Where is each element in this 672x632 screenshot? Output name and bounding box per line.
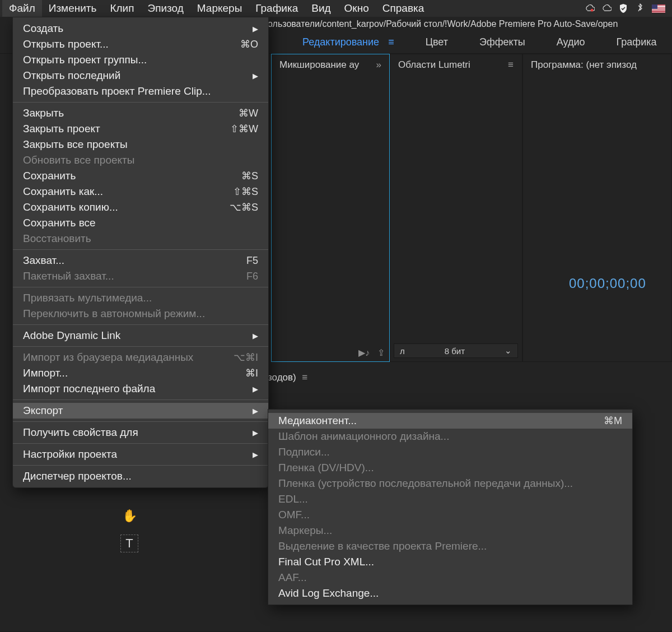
menu-separator [13,443,268,444]
file-menu-item-4[interactable]: Преобразовать проект Premiere Clip... [13,83,268,99]
file-menu-item-13[interactable]: Сохранить все [13,215,268,231]
menu-edit[interactable]: Изменить [42,0,104,17]
menu-item-shortcut: ⇧⌘S [233,185,258,198]
workspace-tab-editing[interactable]: Редактирование [302,36,379,48]
file-menu-item-3[interactable]: Открыть последний▶ [13,68,268,83]
type-tool-icon[interactable]: T [120,535,138,552]
menu-item-shortcut: ⌘M [604,415,622,427]
program-timecode: 00;00;00;00 [569,276,646,291]
panel-program[interactable]: Программа: (нет эпизод 00;00;00;00 [522,54,672,362]
menu-graphics[interactable]: Графика [249,0,305,17]
panel-menu-icon[interactable]: ≡ [508,59,514,71]
file-menu-item-1[interactable]: Открыть проект...⌘O [13,36,268,52]
menu-item-shortcut: F5 [246,255,258,267]
menu-item-shortcut: F6 [246,271,258,282]
menu-sequence[interactable]: Эпизод [141,0,190,17]
menu-help[interactable]: Справка [376,0,431,17]
play-note-icon[interactable]: ▶♪ [358,347,370,358]
export-menu-item-9[interactable]: Final Cut Pro XML... [268,554,632,570]
menu-item-shortcut: ⌘O [240,38,258,50]
export-menu-item-11[interactable]: Avid Log Exchange... [268,585,632,601]
workspace-menu-icon[interactable]: ≡ [388,36,394,48]
panel-lumetri[interactable]: Области Lumetri ≡ л 8 бит ⌄ [390,54,522,362]
file-menu-item-6[interactable]: Закрыть⌘W [13,105,268,121]
menu-item-label: Импорт из браузера медиаданных [23,351,193,364]
export-icon[interactable]: ⇪ [377,347,385,358]
file-menu-item-0[interactable]: Создать▶ [13,21,268,36]
menu-item-label: Пакетный захват... [23,270,114,282]
menu-item-label: Открыть последний [23,69,120,82]
workspace-tab-effects[interactable]: Эффекты [479,36,525,48]
panel-audio-mixer[interactable]: Микширование ау » ▶♪ ⇪ [271,54,390,362]
export-menu-item-2: Подписи... [268,444,632,460]
file-menu-item-7[interactable]: Закрыть проект⇧⌘W [13,121,268,137]
menu-item-label: Открыть проект... [23,38,109,50]
menu-markers[interactable]: Маркеры [190,0,249,17]
export-menu-item-1: Шаблон анимационного дизайна... [268,429,632,444]
menu-item-label: Пленка (устройство последовательной пере… [278,477,573,490]
file-menu-item-24: Импорт из браузера медиаданных⌥⌘I [13,350,268,365]
export-menu-item-3: Пленка (DV/HDV)... [268,460,632,476]
file-menu-item-34[interactable]: Диспетчер проектов... [13,468,268,484]
menu-item-label: Преобразовать проект Premiere Clip... [23,85,211,97]
menu-item-label: Сохранить копию... [23,201,118,213]
file-menu-item-12[interactable]: Сохранить копию...⌥⌘S [13,199,268,215]
menu-item-label: Получить свойства для [23,426,138,439]
chevron-down-icon: ⌄ [505,346,512,356]
file-menu-item-30[interactable]: Получить свойства для▶ [13,425,268,440]
menu-item-label: Импорт... [23,367,68,379]
workspace-tab-color[interactable]: Цвет [426,36,448,48]
bit-depth-prefix: л [400,346,405,356]
menu-window[interactable]: Окно [338,0,376,17]
menu-item-label: Выделение в качестве проекта Premiere... [278,540,487,552]
file-menu-item-26[interactable]: Импорт последнего файла▶ [13,381,268,397]
file-menu-item-20: Переключить в автономный режим... [13,306,268,322]
menu-separator [13,346,268,347]
file-menu-item-16[interactable]: Захват...F5 [13,253,268,268]
svg-point-0 [591,9,594,12]
menu-file[interactable]: Файл [2,0,42,17]
menu-item-label: Шаблон анимационного дизайна... [278,430,449,443]
flag-us-icon[interactable] [652,4,665,13]
workspace-tab-audio[interactable]: Аудио [557,36,585,48]
export-menu-item-0[interactable]: Медиаконтент...⌘M [268,413,632,429]
bit-depth-select[interactable]: л 8 бит ⌄ [394,343,518,358]
menu-item-label: Маркеры... [278,524,332,537]
cloud-sync-icon[interactable] [585,3,595,13]
file-menu-item-2[interactable]: Открыть проект группы... [13,52,268,68]
file-menu-item-32[interactable]: Настройки проекта▶ [13,447,268,462]
shield-check-icon[interactable] [618,3,628,13]
menu-item-label: OMF... [278,509,310,521]
panel-menu-icon[interactable]: ≡ [299,372,309,383]
timeline-title-text: зодов) [268,372,296,383]
menu-item-label: Adobe Dynamic Link [23,329,120,342]
menu-item-label: Final Cut Pro XML... [278,556,374,568]
chevron-right-icon[interactable]: » [376,59,381,71]
file-menu-item-22[interactable]: Adobe Dynamic Link▶ [13,328,268,343]
menu-item-label: Создать [23,22,63,35]
file-menu-item-25[interactable]: Импорт...⌘I [13,365,268,381]
file-menu-item-11[interactable]: Сохранить как...⇧⌘S [13,184,268,199]
export-menu-item-4: Пленка (устройство последовательной пере… [268,476,632,491]
menu-item-shortcut: ⌘I [245,367,258,379]
menu-clip[interactable]: Клип [103,0,141,17]
workspace-tab-graphics[interactable]: Графика [617,36,657,48]
file-menu-item-9: Обновить все проекты [13,152,268,168]
menubar-tray [585,3,670,13]
menu-item-label: Сохранить все [23,217,96,229]
menu-item-label: Закрыть проект [23,123,100,135]
file-menu-item-19: Привязать мультимедиа... [13,290,268,306]
menu-item-label: Захват... [23,254,64,267]
hand-tool-icon[interactable]: ✋ [121,508,138,524]
menu-separator [13,399,268,400]
tool-column: ✋ T [120,508,139,552]
file-menu-item-10[interactable]: Сохранить⌘S [13,168,268,184]
file-menu-item-28[interactable]: Экспорт▶ [13,403,268,419]
menu-item-label: Импорт последнего файла [23,383,155,395]
bluetooth-icon[interactable] [635,3,645,13]
panel-foot-icons: ▶♪ ⇪ [358,347,385,358]
menu-view[interactable]: Вид [305,0,337,17]
menu-separator [13,287,268,287]
cloud-icon[interactable] [601,3,612,13]
file-menu-item-8[interactable]: Закрыть все проекты [13,137,268,152]
